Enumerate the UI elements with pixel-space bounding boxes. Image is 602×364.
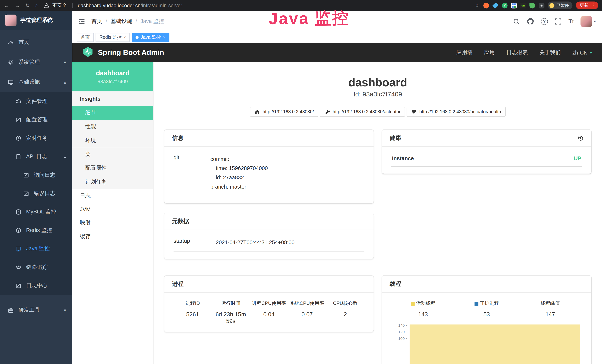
home-icon xyxy=(255,109,260,114)
sidebar-item-mysql-monitor[interactable]: MySQL 监控 xyxy=(0,203,72,221)
sidebar-item-api-logs[interactable]: API 日志 ▴ xyxy=(0,147,72,166)
sidebar-item-log-center[interactable]: 日志中心 xyxy=(0,277,72,295)
instance-header[interactable]: dashboard 93a3fc7f7409 xyxy=(72,62,153,91)
sba-item-logs[interactable]: 日志 xyxy=(72,189,153,203)
sba-sidebar: dashboard 93a3fc7f7409 Insights 细节 性能 环境… xyxy=(72,62,153,364)
github-icon[interactable] xyxy=(527,18,534,25)
sba-item-scheduled-tasks[interactable]: 计划任务 xyxy=(72,175,153,189)
close-icon[interactable]: × xyxy=(124,35,126,39)
breadcrumb-current: Java 监控 xyxy=(140,18,164,25)
extension-icon-plug[interactable] xyxy=(538,2,544,8)
extension-icon-leaf[interactable] xyxy=(529,2,535,8)
bookmark-star-icon[interactable]: ☆ xyxy=(474,2,480,8)
sidebar-item-home[interactable]: 首页 xyxy=(0,32,72,52)
process-card: 进程 进程ID5261 运行时间6d 23h 15m 59s 进程CPU使用率0… xyxy=(164,276,374,332)
hamburger-icon[interactable] xyxy=(78,18,85,24)
service-url-link[interactable]: http://192.168.0.2:48080/ xyxy=(250,107,319,117)
user-menu[interactable]: ▾ xyxy=(580,16,596,27)
active-threads-swatch xyxy=(411,302,415,306)
browser-update-button[interactable]: 更新 ⋮ xyxy=(576,1,598,9)
actuator-url-link[interactable]: http://192.168.0.2:48080/actuator xyxy=(320,107,405,117)
sidebar-item-tracing[interactable]: 链路追踪 xyxy=(0,258,72,277)
info-card: 信息 git commit: time: 1596289704000 id: 2… xyxy=(164,130,374,203)
profile-paused-badge[interactable]: 已暂停 xyxy=(548,1,572,9)
sba-item-caches[interactable]: 缓存 xyxy=(72,230,153,244)
sidebar-item-dev-tools[interactable]: 研发工具 ▾ xyxy=(0,300,72,320)
home-icon[interactable]: ⌂ xyxy=(35,3,39,8)
startup-row: startup 2021-04-27T00:44:31.254+08:00 xyxy=(173,235,364,252)
sidebar-item-config-management[interactable]: 配置管理 xyxy=(0,110,72,129)
info-card-title: 信息 xyxy=(172,134,183,142)
git-info-row: git commit: time: 1596289704000 id: 27aa… xyxy=(173,152,364,196)
breadcrumb-separator: / xyxy=(106,18,107,24)
extension-icon-grid[interactable] xyxy=(511,2,517,8)
clock-icon xyxy=(15,135,22,141)
sba-item-environment[interactable]: 环境 xyxy=(72,134,153,148)
sidebar-item-scheduled-tasks[interactable]: 定时任务 xyxy=(0,129,72,147)
sidebar-item-java-monitor[interactable]: Java 监控 xyxy=(0,240,72,258)
avatar xyxy=(580,16,592,27)
warning-icon xyxy=(44,2,50,8)
wrench-icon xyxy=(325,109,330,114)
sba-nav-journal[interactable]: 日志报表 xyxy=(506,49,528,56)
chevron-down-icon: ▾ xyxy=(64,60,66,65)
font-size-icon[interactable]: TT xyxy=(569,18,574,24)
extension-icon-on-badge[interactable]: on xyxy=(520,2,526,8)
site-security[interactable]: 不安全 xyxy=(44,2,66,9)
database-icon xyxy=(15,209,22,215)
search-icon[interactable] xyxy=(513,18,520,25)
health-card: 健康 Instance UP xyxy=(382,130,591,173)
sba-item-details[interactable]: 细节 xyxy=(72,106,153,120)
app-logo-row[interactable]: 芋道管理系统 xyxy=(0,11,72,30)
reload-icon[interactable]: ↻ xyxy=(25,3,30,8)
back-icon[interactable]: ← xyxy=(4,3,9,8)
help-icon[interactable]: ? xyxy=(541,18,548,25)
extension-icon-orange[interactable] xyxy=(483,2,489,8)
git-value: commit: time: 1596289704000 id: 27aa832 … xyxy=(210,154,268,191)
edit-icon xyxy=(15,117,22,123)
log-doc-icon xyxy=(15,283,22,289)
breadcrumb-infrastructure[interactable]: 基础设施 xyxy=(110,18,132,25)
sba-item-config-props[interactable]: 配置属性 xyxy=(72,161,153,175)
sba-language-select[interactable]: zh-CN ▾ xyxy=(572,50,592,56)
sidebar-item-system[interactable]: 系统管理 ▾ xyxy=(0,52,72,72)
status-badge: UP xyxy=(574,155,581,161)
active-dot xyxy=(136,36,139,39)
sidebar-item-access-logs[interactable]: 访问日志 xyxy=(0,166,72,184)
profile-avatar-icon xyxy=(549,3,554,8)
breadcrumb-home[interactable]: 首页 xyxy=(91,18,102,25)
chevron-down-icon: ▾ xyxy=(590,50,592,55)
forward-icon[interactable]: → xyxy=(15,3,20,8)
health-url-link[interactable]: http://192.168.0.2:48080/actuator/health xyxy=(407,107,505,117)
sba-brand: Spring Boot Admin xyxy=(98,48,164,57)
browser-menu-icon[interactable]: ⋮ xyxy=(591,3,595,8)
instance-links: http://192.168.0.2:48080/ http://192.168… xyxy=(164,107,591,117)
sba-item-jvm[interactable]: JVM xyxy=(72,203,153,216)
tag-home[interactable]: 首页 xyxy=(77,33,94,42)
sidebar-item-error-logs[interactable]: 错误日志 xyxy=(0,184,72,203)
fullscreen-icon[interactable] xyxy=(555,18,562,25)
sba-nav-about[interactable]: 关于我们 xyxy=(539,49,561,56)
sba-nav-applications[interactable]: 应用 xyxy=(484,49,495,56)
sba-item-classes[interactable]: 类 xyxy=(72,147,153,161)
chevron-up-icon: ▴ xyxy=(64,154,66,159)
health-instance-row[interactable]: Instance UP xyxy=(391,152,582,167)
chevron-down-icon: ▾ xyxy=(64,308,66,313)
sba-item-performance[interactable]: 性能 xyxy=(72,120,153,134)
extension-icon-green-circle[interactable]: Y xyxy=(502,2,508,8)
app-title: 芋道管理系统 xyxy=(20,17,53,24)
instance-id: 93a3fc7f7409 xyxy=(97,78,128,84)
url-bar[interactable]: dashboard.yudao.iocoder.cn/infra/admin-s… xyxy=(78,2,182,8)
tag-redis-monitor[interactable]: Redis 监控 × xyxy=(96,33,130,42)
sba-nav-wallboard[interactable]: 应用墙 xyxy=(456,49,473,56)
extension-icon-blue-drop[interactable] xyxy=(493,2,498,8)
tag-java-monitor[interactable]: Java 监控 × xyxy=(132,33,169,42)
sba-item-mappings[interactable]: 映射 xyxy=(72,216,153,230)
history-icon[interactable] xyxy=(577,135,583,141)
sidebar-item-file-management[interactable]: 文件管理 xyxy=(0,92,72,110)
sidebar-item-redis-monitor[interactable]: Redis 监控 xyxy=(0,221,72,240)
close-icon[interactable]: × xyxy=(163,35,165,39)
chevron-down-icon: ▾ xyxy=(594,19,596,23)
sidebar-item-infrastructure[interactable]: 基础设施 ▴ xyxy=(0,72,72,92)
threads-card: 线程 活动线程 143 守护进程 xyxy=(382,276,591,364)
